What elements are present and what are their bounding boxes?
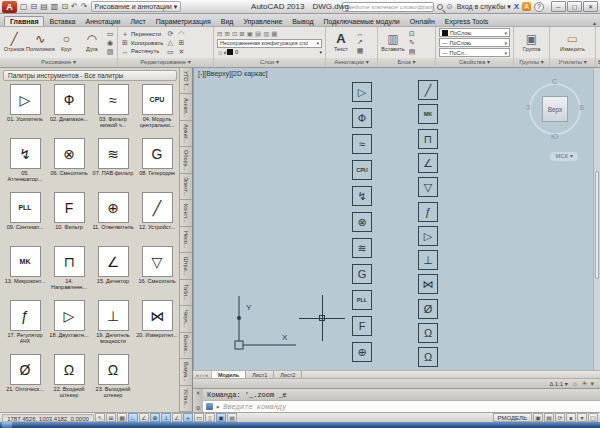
- tool-microcontroller[interactable]: MK13. Микроконт...: [3, 246, 47, 300]
- palette-tab-4[interactable]: Элект...: [180, 174, 192, 200]
- viewport-controls[interactable]: [-][Вверху][2D каркас]: [198, 70, 268, 77]
- draw-tool-круг[interactable]: ○Круг: [55, 32, 77, 52]
- tool-directional[interactable]: ⊓14. Направленн...: [47, 246, 91, 300]
- palette-tab-1[interactable]: Аннот...: [180, 94, 192, 120]
- otrack-toggle[interactable]: ⊥: [161, 413, 171, 422]
- tab-онлайн[interactable]: Онлайн: [405, 17, 440, 26]
- edit-tool-растянуть[interactable]: ↔Растянуть: [121, 48, 163, 55]
- windows-taskbar[interactable]: [0, 422, 600, 428]
- fillet-icon[interactable]: ◠: [177, 30, 185, 38]
- quick-view-layouts-icon[interactable]: ▣: [533, 413, 543, 422]
- dyn-toggle[interactable]: +: [183, 413, 193, 422]
- autoscale-icon[interactable]: ☀: [581, 380, 587, 388]
- property-dropdown-2[interactable]: —ПоСл...▾: [439, 48, 510, 57]
- tab-главная[interactable]: Главная: [4, 16, 44, 26]
- ribbon-minimize-icon[interactable]: ▴: [593, 19, 596, 26]
- tab-лист[interactable]: Лист: [126, 17, 151, 26]
- palette-tab-9[interactable]: Черч...: [180, 306, 192, 332]
- layer-tool-icon-7[interactable]: ▦: [271, 30, 277, 38]
- panel-annotate-label[interactable]: Аннотации ▾: [326, 58, 377, 67]
- property-dropdown-0[interactable]: ПоСлою▾: [439, 28, 510, 37]
- tool-band-filter[interactable]: Ф02. Диапазон...: [47, 84, 91, 138]
- user-icon[interactable]: ☺: [446, 2, 454, 11]
- rotate-icon[interactable]: ⟳: [166, 30, 174, 38]
- create-block-icon[interactable]: ⊡: [408, 30, 416, 38]
- tool-amplifier[interactable]: ▷01. Усилитель: [3, 84, 47, 138]
- panel-properties-label[interactable]: Свойства ▾: [436, 58, 513, 67]
- panel-layers-label[interactable]: Слои ▾: [214, 58, 325, 67]
- palette-tab-6[interactable]: Несо...: [180, 227, 192, 253]
- layout-nav-icon-0[interactable]: «: [196, 372, 199, 378]
- viewcube-north[interactable]: С: [552, 78, 557, 85]
- viewcube-west[interactable]: З: [526, 104, 530, 111]
- infer-toggle[interactable]: ↖: [95, 413, 105, 422]
- undo-icon[interactable]: ↶: [70, 1, 79, 13]
- ortho-toggle[interactable]: ∟: [128, 413, 138, 422]
- tab-express-tools[interactable]: Express Tools: [440, 17, 493, 26]
- palette-tab-8[interactable]: Табл...: [180, 280, 192, 306]
- annotation-visibility-icon[interactable]: ☼: [572, 380, 578, 388]
- palette-header[interactable]: Палитры инструментов - Все палитры: [3, 70, 177, 81]
- scale-icon[interactable]: ▭: [166, 48, 174, 56]
- layer-tool-icon-4[interactable]: ▣: [247, 30, 253, 38]
- clean-screen-icon[interactable]: ▢: [588, 413, 598, 422]
- save-as-icon[interactable]: ▥: [50, 1, 60, 13]
- viewcube[interactable]: С З В Ю Верх: [526, 80, 584, 138]
- palette-tab-12[interactable]: Устан...: [180, 386, 192, 412]
- layer-tool-icon-1[interactable]: ⊞: [224, 30, 229, 38]
- osnap-toggle[interactable]: ⊕: [150, 413, 160, 422]
- wrench-icon[interactable]: ⚙: [196, 405, 201, 411]
- tool-attenuator[interactable]: ↯05. Аттенюатор...: [3, 138, 47, 192]
- status-menu-icon[interactable]: ▾: [577, 413, 587, 422]
- start-button[interactable]: [2, 422, 12, 428]
- edit-block-icon[interactable]: ✎: [408, 39, 416, 47]
- lwt-toggle[interactable]: ▭: [194, 413, 204, 422]
- tab-лист2[interactable]: Лист2: [274, 371, 302, 378]
- tool-power-divider[interactable]: ⊥19. Делитель мощности: [91, 300, 135, 354]
- palette-tab-7[interactable]: Штри...: [180, 253, 192, 279]
- tool-filter[interactable]: F10. Фильтр: [47, 192, 91, 246]
- tab-подключаемые-модули[interactable]: Подключаемые модули: [319, 17, 405, 26]
- tool-cpu-module[interactable]: CPU04. Модуль центрально...: [135, 84, 179, 138]
- tool-heterodyne[interactable]: G08. Гетеродин: [135, 138, 179, 192]
- tool-mixer[interactable]: ⊗06. Смеситель: [47, 138, 91, 192]
- exchange-apps-icon[interactable]: X: [514, 2, 519, 11]
- workspace-dropdown[interactable]: Рисование и аннотации ▾: [91, 1, 182, 12]
- panel-block-label[interactable]: Блок ▾: [378, 58, 435, 67]
- save-icon[interactable]: ▤: [39, 1, 49, 13]
- table-icon[interactable]: ▦: [356, 47, 364, 55]
- search-input[interactable]: Введите ключевое слово/фразу: [342, 2, 434, 12]
- tool-input-plug[interactable]: Ω22. Входной штекер: [47, 354, 91, 408]
- draw-tool-дуга[interactable]: ◠Дуга: [81, 32, 103, 52]
- palette-tab-11[interactable]: Визуа...: [180, 359, 192, 385]
- layer-tool-icon-0[interactable]: ⊟: [217, 30, 222, 38]
- vertical-scrollbar[interactable]: [593, 68, 600, 370]
- draw-tool-полилиния[interactable]: ∿Полилиния: [28, 32, 52, 52]
- layout-nav-icon-2[interactable]: ›: [202, 372, 204, 378]
- tab-вставка[interactable]: Вставка: [44, 17, 80, 26]
- polar-toggle[interactable]: ∠: [139, 413, 149, 422]
- search-icon[interactable]: [437, 4, 443, 10]
- open-file-icon[interactable]: ⊟: [30, 1, 39, 13]
- autocad-logo-icon[interactable]: A: [2, 1, 17, 13]
- layout-nav-icon-3[interactable]: »: [205, 372, 208, 378]
- panel-draw-label[interactable]: Рисование ▾: [0, 58, 117, 67]
- draw-tool-отрезок[interactable]: ╱Отрезок: [3, 32, 25, 52]
- layout-nav-buttons[interactable]: «‹›»: [193, 371, 212, 378]
- panel-groups-label[interactable]: Группы ▾: [514, 58, 549, 67]
- sc-toggle[interactable]: ▤: [227, 413, 237, 422]
- annotation-scale-button[interactable]: Δ 1:1 ▾: [549, 380, 567, 387]
- minimize-button[interactable]: ─: [551, 1, 566, 12]
- palette-tab-2[interactable]: Архит...: [180, 121, 192, 147]
- insert-block-button[interactable]: ▥ Вставить: [381, 32, 405, 52]
- command-input[interactable]: ▸ Введите команду: [203, 400, 600, 412]
- leader-icon[interactable]: ↗: [356, 38, 364, 46]
- tool-detector[interactable]: ∠15. Детектор: [91, 246, 135, 300]
- help-icon[interactable]: ?: [534, 2, 544, 12]
- tab-лист1[interactable]: Лист1: [246, 371, 274, 378]
- drawing-canvas[interactable]: [-][Вверху][2D каркас] С З В Ю Верх МСК …: [193, 68, 600, 370]
- layer-config-dropdown[interactable]: Несохраненная конфигурация сло ▾: [217, 39, 322, 48]
- text-tool-button[interactable]: A Текст: [329, 32, 353, 52]
- array-icon[interactable]: ⊞: [177, 39, 185, 47]
- rectangle-icon[interactable]: ▭: [106, 30, 114, 38]
